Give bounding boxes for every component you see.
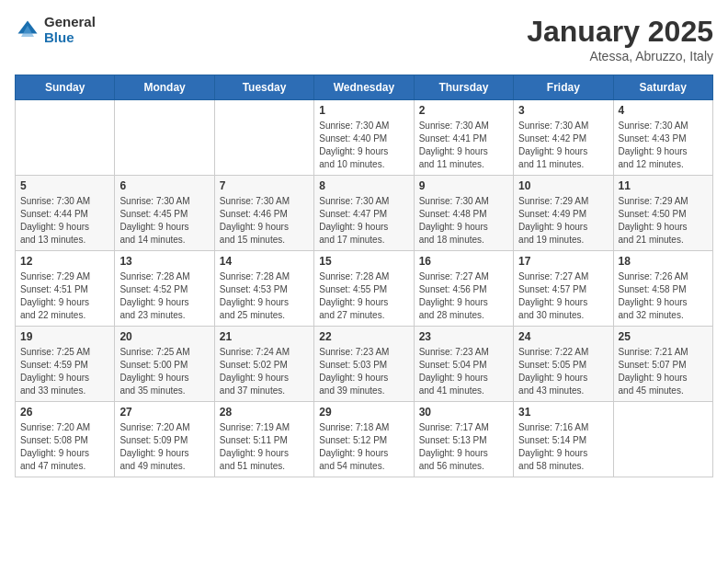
day-number: 22: [319, 330, 408, 343]
logo-icon: [15, 17, 40, 43]
day-info: Sunrise: 7:23 AM Sunset: 5:03 PM Dayligh…: [319, 346, 408, 397]
calendar-cell: 12Sunrise: 7:29 AM Sunset: 4:51 PM Dayli…: [16, 251, 115, 327]
calendar-cell: 19Sunrise: 7:25 AM Sunset: 4:59 PM Dayli…: [16, 327, 115, 402]
day-info: Sunrise: 7:20 AM Sunset: 5:08 PM Dayligh…: [20, 421, 109, 473]
day-info: Sunrise: 7:19 AM Sunset: 5:11 PM Dayligh…: [220, 421, 309, 473]
day-number: 17: [518, 255, 608, 268]
day-number: 11: [619, 179, 708, 192]
day-info: Sunrise: 7:29 AM Sunset: 4:50 PM Dayligh…: [619, 195, 708, 247]
calendar-cell: 4Sunrise: 7:30 AM Sunset: 4:43 PM Daylig…: [613, 100, 712, 176]
day-info: Sunrise: 7:24 AM Sunset: 5:02 PM Dayligh…: [220, 346, 309, 397]
day-number: 20: [119, 330, 209, 343]
calendar-cell: 10Sunrise: 7:29 AM Sunset: 4:49 PM Dayli…: [514, 176, 613, 251]
weekday-header-saturday: Saturday: [613, 75, 712, 100]
day-number: 27: [119, 406, 209, 419]
calendar-week-row: 1Sunrise: 7:30 AM Sunset: 4:40 PM Daylig…: [16, 100, 713, 176]
day-info: Sunrise: 7:20 AM Sunset: 5:09 PM Dayligh…: [119, 421, 209, 473]
calendar-cell: 24Sunrise: 7:22 AM Sunset: 5:05 PM Dayli…: [514, 327, 613, 402]
calendar-cell: 27Sunrise: 7:20 AM Sunset: 5:09 PM Dayli…: [115, 402, 214, 477]
title-location: Atessa, Abruzzo, Italy: [527, 49, 713, 63]
day-number: 14: [220, 255, 309, 268]
calendar-cell: 30Sunrise: 7:17 AM Sunset: 5:13 PM Dayli…: [414, 402, 513, 477]
calendar-cell: [613, 402, 712, 477]
day-info: Sunrise: 7:30 AM Sunset: 4:46 PM Dayligh…: [220, 195, 309, 247]
day-info: Sunrise: 7:30 AM Sunset: 4:41 PM Dayligh…: [419, 120, 508, 171]
calendar-week-row: 5Sunrise: 7:30 AM Sunset: 4:44 PM Daylig…: [16, 176, 713, 251]
day-info: Sunrise: 7:22 AM Sunset: 5:05 PM Dayligh…: [518, 346, 608, 397]
day-number: 26: [20, 406, 109, 419]
day-number: 8: [319, 179, 408, 192]
calendar-cell: 3Sunrise: 7:30 AM Sunset: 4:42 PM Daylig…: [514, 100, 613, 176]
day-number: 9: [419, 179, 508, 192]
calendar-week-row: 19Sunrise: 7:25 AM Sunset: 4:59 PM Dayli…: [16, 327, 713, 402]
calendar-cell: 5Sunrise: 7:30 AM Sunset: 4:44 PM Daylig…: [16, 176, 115, 251]
logo-blue: Blue: [44, 30, 96, 46]
day-number: 31: [518, 406, 608, 419]
logo-text: General Blue: [44, 15, 96, 45]
day-number: 23: [419, 330, 508, 343]
day-number: 18: [619, 255, 708, 268]
calendar-cell: 14Sunrise: 7:28 AM Sunset: 4:53 PM Dayli…: [214, 251, 313, 327]
weekday-header-thursday: Thursday: [414, 75, 513, 100]
weekday-header-wednesday: Wednesday: [314, 75, 414, 100]
weekday-header-sunday: Sunday: [16, 75, 115, 100]
calendar-cell: 13Sunrise: 7:28 AM Sunset: 4:52 PM Dayli…: [115, 251, 214, 327]
title-month: January 2025: [527, 15, 713, 49]
day-number: 25: [619, 330, 708, 343]
day-info: Sunrise: 7:25 AM Sunset: 4:59 PM Dayligh…: [20, 346, 109, 397]
calendar-cell: 15Sunrise: 7:28 AM Sunset: 4:55 PM Dayli…: [314, 251, 414, 327]
calendar-cell: [214, 100, 313, 176]
calendar-cell: 22Sunrise: 7:23 AM Sunset: 5:03 PM Dayli…: [314, 327, 414, 402]
calendar-cell: 16Sunrise: 7:27 AM Sunset: 4:56 PM Dayli…: [414, 251, 513, 327]
day-number: 2: [419, 104, 508, 117]
calendar-cell: 9Sunrise: 7:30 AM Sunset: 4:48 PM Daylig…: [414, 176, 513, 251]
calendar-cell: 2Sunrise: 7:30 AM Sunset: 4:41 PM Daylig…: [414, 100, 513, 176]
calendar-cell: 6Sunrise: 7:30 AM Sunset: 4:45 PM Daylig…: [115, 176, 214, 251]
day-info: Sunrise: 7:30 AM Sunset: 4:48 PM Dayligh…: [419, 195, 508, 247]
day-number: 12: [20, 255, 109, 268]
day-info: Sunrise: 7:27 AM Sunset: 4:56 PM Dayligh…: [419, 270, 508, 322]
calendar-table: SundayMondayTuesdayWednesdayThursdayFrid…: [15, 75, 713, 477]
day-info: Sunrise: 7:30 AM Sunset: 4:40 PM Dayligh…: [319, 120, 408, 171]
day-info: Sunrise: 7:30 AM Sunset: 4:47 PM Dayligh…: [319, 195, 408, 247]
calendar-cell: 17Sunrise: 7:27 AM Sunset: 4:57 PM Dayli…: [514, 251, 613, 327]
day-info: Sunrise: 7:18 AM Sunset: 5:12 PM Dayligh…: [319, 421, 408, 473]
day-info: Sunrise: 7:30 AM Sunset: 4:43 PM Dayligh…: [619, 120, 708, 171]
day-number: 10: [518, 179, 608, 192]
day-info: Sunrise: 7:29 AM Sunset: 4:49 PM Dayligh…: [518, 195, 608, 247]
day-info: Sunrise: 7:29 AM Sunset: 4:51 PM Dayligh…: [20, 270, 109, 322]
day-number: 4: [619, 104, 708, 117]
day-number: 30: [419, 406, 508, 419]
day-number: 5: [20, 179, 109, 192]
calendar-week-row: 26Sunrise: 7:20 AM Sunset: 5:08 PM Dayli…: [16, 402, 713, 477]
calendar-cell: 21Sunrise: 7:24 AM Sunset: 5:02 PM Dayli…: [214, 327, 313, 402]
day-info: Sunrise: 7:30 AM Sunset: 4:45 PM Dayligh…: [119, 195, 209, 247]
calendar-cell: 8Sunrise: 7:30 AM Sunset: 4:47 PM Daylig…: [314, 176, 414, 251]
calendar-cell: [115, 100, 214, 176]
calendar-cell: 29Sunrise: 7:18 AM Sunset: 5:12 PM Dayli…: [314, 402, 414, 477]
calendar-cell: 28Sunrise: 7:19 AM Sunset: 5:11 PM Dayli…: [214, 402, 313, 477]
calendar-cell: 20Sunrise: 7:25 AM Sunset: 5:00 PM Dayli…: [115, 327, 214, 402]
day-info: Sunrise: 7:16 AM Sunset: 5:14 PM Dayligh…: [518, 421, 608, 473]
calendar-cell: 7Sunrise: 7:30 AM Sunset: 4:46 PM Daylig…: [214, 176, 313, 251]
day-number: 29: [319, 406, 408, 419]
calendar-cell: 26Sunrise: 7:20 AM Sunset: 5:08 PM Dayli…: [16, 402, 115, 477]
calendar-cell: 25Sunrise: 7:21 AM Sunset: 5:07 PM Dayli…: [613, 327, 712, 402]
calendar-cell: 11Sunrise: 7:29 AM Sunset: 4:50 PM Dayli…: [613, 176, 712, 251]
day-number: 28: [220, 406, 309, 419]
day-info: Sunrise: 7:28 AM Sunset: 4:52 PM Dayligh…: [119, 270, 209, 322]
day-info: Sunrise: 7:21 AM Sunset: 5:07 PM Dayligh…: [619, 346, 708, 397]
day-number: 7: [220, 179, 309, 192]
day-info: Sunrise: 7:30 AM Sunset: 4:44 PM Dayligh…: [20, 195, 109, 247]
day-number: 24: [518, 330, 608, 343]
weekday-header-tuesday: Tuesday: [214, 75, 313, 100]
day-info: Sunrise: 7:27 AM Sunset: 4:57 PM Dayligh…: [518, 270, 608, 322]
day-info: Sunrise: 7:23 AM Sunset: 5:04 PM Dayligh…: [419, 346, 508, 397]
weekday-header-friday: Friday: [514, 75, 613, 100]
day-info: Sunrise: 7:17 AM Sunset: 5:13 PM Dayligh…: [419, 421, 508, 473]
calendar-cell: 18Sunrise: 7:26 AM Sunset: 4:58 PM Dayli…: [613, 251, 712, 327]
weekday-header-row: SundayMondayTuesdayWednesdayThursdayFrid…: [16, 75, 713, 100]
calendar-cell: 1Sunrise: 7:30 AM Sunset: 4:40 PM Daylig…: [314, 100, 414, 176]
day-number: 3: [518, 104, 608, 117]
title-block: January 2025 Atessa, Abruzzo, Italy: [527, 15, 713, 63]
